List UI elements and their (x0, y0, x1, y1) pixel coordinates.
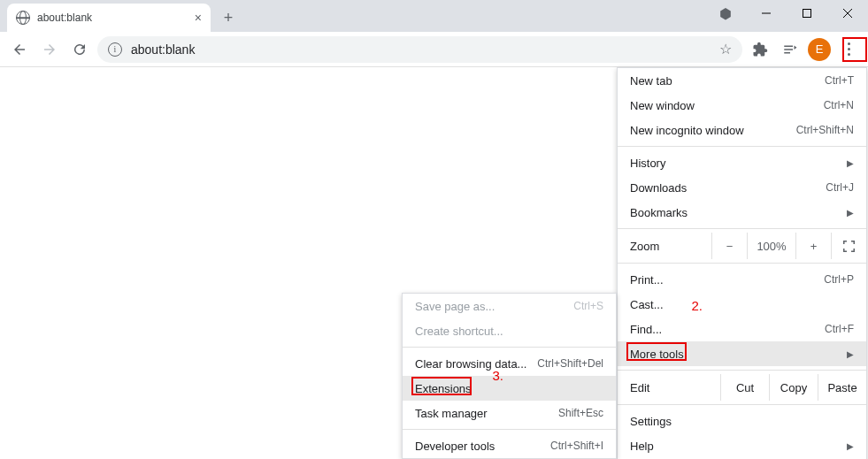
fullscreen-button[interactable] (831, 233, 866, 259)
browser-tab[interactable]: about:blank × (7, 4, 211, 32)
menu-settings[interactable]: Settings (618, 409, 866, 433)
chrome-menu: New tabCtrl+T New windowCtrl+N New incog… (617, 67, 867, 459)
menu-bookmarks[interactable]: Bookmarks▶ (618, 200, 866, 225)
chevron-right-icon: ▶ (847, 208, 854, 218)
cut-button[interactable]: Cut (720, 374, 769, 401)
toolbar: i about:blank ☆ E (0, 32, 868, 67)
menu-edit: Edit Cut Copy Paste (618, 374, 866, 401)
copy-button[interactable]: Copy (769, 374, 818, 401)
tab-title: about:blank (37, 11, 188, 24)
menu-find[interactable]: Find...Ctrl+F (618, 317, 866, 341)
back-button[interactable] (7, 37, 32, 62)
menu-print[interactable]: Print...Ctrl+P (618, 267, 866, 292)
submenu-task-manager[interactable]: Task managerShift+Esc (403, 401, 616, 425)
submenu-dev-tools[interactable]: Developer toolsCtrl+Shift+I (403, 433, 616, 458)
minimize-button[interactable] (746, 0, 787, 27)
chevron-right-icon: ▶ (847, 349, 854, 359)
zoom-in-button[interactable]: + (795, 233, 831, 259)
zoom-value: 100% (747, 233, 795, 259)
chrome-menu-button[interactable] (836, 37, 861, 62)
menu-more-tools[interactable]: More tools▶ (618, 341, 866, 366)
reload-button[interactable] (67, 37, 92, 62)
submenu-clear-data[interactable]: Clear browsing data...Ctrl+Shift+Del (403, 351, 616, 376)
menu-downloads[interactable]: DownloadsCtrl+J (618, 175, 866, 200)
incognito-indicator-icon: ⬢ (705, 0, 746, 27)
zoom-out-button[interactable]: − (711, 233, 747, 259)
media-control-icon[interactable] (778, 37, 803, 62)
submenu-create-shortcut[interactable]: Create shortcut... (403, 318, 616, 343)
chevron-right-icon: ▶ (847, 441, 854, 451)
submenu-extensions[interactable]: Extensions (403, 376, 616, 401)
close-window-button[interactable] (827, 0, 868, 27)
menu-zoom: Zoom − 100% + (618, 233, 866, 259)
menu-help[interactable]: Help▶ (618, 433, 866, 458)
menu-history[interactable]: History▶ (618, 150, 866, 175)
menu-cast[interactable]: Cast... (618, 292, 866, 317)
more-tools-submenu: Save page as...Ctrl+S Create shortcut...… (402, 293, 617, 459)
menu-new-tab[interactable]: New tabCtrl+T (618, 68, 866, 93)
profile-avatar[interactable]: E (808, 38, 831, 61)
bookmark-star-icon[interactable]: ☆ (719, 41, 732, 57)
page-content: 1. New tabCtrl+T New windowCtrl+N New in… (0, 67, 868, 459)
forward-button[interactable] (37, 37, 62, 62)
new-tab-button[interactable]: + (216, 5, 241, 30)
address-bar[interactable]: i about:blank ☆ (97, 36, 742, 63)
menu-new-incognito[interactable]: New incognito windowCtrl+Shift+N (618, 118, 866, 142)
url-text: about:blank (131, 42, 711, 57)
maximize-button[interactable] (787, 0, 827, 27)
close-tab-icon[interactable]: × (195, 11, 202, 25)
menu-new-window[interactable]: New windowCtrl+N (618, 93, 866, 118)
chevron-right-icon: ▶ (847, 158, 854, 168)
paste-button[interactable]: Paste (818, 374, 866, 401)
svg-rect-1 (803, 10, 811, 18)
extensions-icon[interactable] (748, 37, 772, 62)
submenu-save-page[interactable]: Save page as...Ctrl+S (403, 294, 616, 318)
globe-icon (16, 11, 30, 25)
site-info-icon[interactable]: i (108, 42, 122, 57)
window-controls: ⬢ (705, 0, 868, 27)
